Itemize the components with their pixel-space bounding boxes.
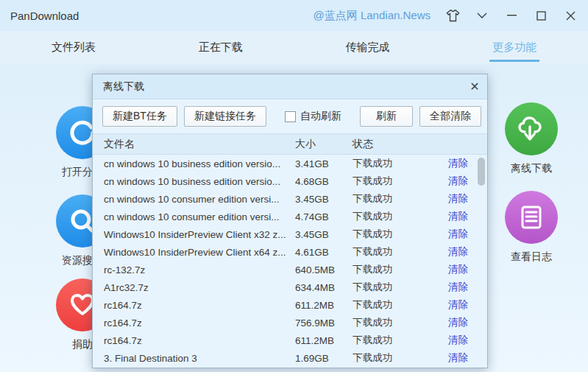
- clear-link[interactable]: 清除: [435, 157, 468, 170]
- refresh-button[interactable]: 刷新: [360, 106, 413, 127]
- download-status: 下载成功: [353, 210, 435, 223]
- table-row: rc164.7z 611.2MB 下载成功 清除: [93, 296, 487, 314]
- title-bar: PanDownload @蓝点网 Landian.News: [0, 0, 588, 31]
- auto-refresh-label: 自动刷新: [300, 110, 341, 123]
- brand-link[interactable]: @蓝点网 Landian.News: [314, 9, 431, 23]
- file-name: rc164.7z: [104, 317, 295, 329]
- clear-link[interactable]: 清除: [435, 316, 468, 329]
- chevron-down-icon[interactable]: [467, 0, 497, 31]
- toolbar-right: 自动刷新 刷新 全部清除: [285, 106, 481, 127]
- download-status: 下载成功: [353, 334, 435, 347]
- file-size: 3.45GB: [295, 194, 353, 205]
- table-row: cn windows 10 business edition versio...…: [93, 172, 487, 190]
- clear-link[interactable]: 清除: [435, 192, 468, 206]
- minimize-button[interactable]: [497, 0, 526, 31]
- clear-link[interactable]: 清除: [435, 245, 468, 259]
- close-button[interactable]: [556, 0, 585, 31]
- dialog-header: 离线下载 ✕: [93, 74, 487, 99]
- file-size: 640.5MB: [295, 264, 353, 276]
- download-status: 下载成功: [353, 351, 435, 365]
- column-header-status: 状态: [353, 138, 435, 151]
- file-name: Windows10 InsiderPreview Client x32 z...: [104, 229, 295, 240]
- offline-download-icon: [505, 102, 558, 155]
- dialog-close-icon[interactable]: ✕: [462, 74, 487, 99]
- clear-link[interactable]: 清除: [435, 228, 468, 241]
- file-name: rc164.7z: [104, 300, 295, 311]
- clear-link[interactable]: 清除: [435, 175, 468, 188]
- clear-link[interactable]: 清除: [435, 210, 468, 223]
- table-row: Windows10 InsiderPreview Client x64 z...…: [93, 243, 487, 261]
- file-name: 3. Final Destination 3: [104, 353, 295, 364]
- clear-link[interactable]: 清除: [435, 334, 468, 347]
- file-size: 634.4MB: [295, 282, 353, 293]
- file-size: 3.45GB: [295, 229, 353, 240]
- clear-link[interactable]: 清除: [435, 351, 468, 365]
- tab-file-list[interactable]: 文件列表: [0, 31, 147, 63]
- tab-downloading[interactable]: 正在下载: [147, 31, 294, 63]
- download-status: 下载成功: [353, 281, 435, 294]
- table-row: A1rc32.7z 634.4MB 下载成功 清除: [93, 278, 487, 296]
- file-name: cn windows 10 business edition versio...: [104, 176, 295, 187]
- file-size: 3.41GB: [295, 158, 353, 169]
- offline-download-dialog: 离线下载 ✕ 新建BT任务 新建链接任务 自动刷新 刷新 全部清除 文件名 大小…: [92, 74, 488, 368]
- table-row: 3. Final Destination 3 1.69GB 下载成功 清除: [93, 349, 487, 367]
- column-header-size: 大小: [295, 138, 353, 151]
- download-status: 下载成功: [353, 228, 435, 241]
- file-size: 4.74GB: [295, 211, 353, 222]
- download-status: 下载成功: [353, 316, 435, 329]
- download-status: 下载成功: [353, 263, 435, 276]
- file-size: 4.61GB: [295, 247, 353, 258]
- table-row: cn windows 10 consumer edition versi... …: [93, 190, 487, 208]
- file-size: 756.9MB: [295, 317, 353, 329]
- view-log-icon: [505, 191, 558, 244]
- feature-offline-download[interactable]: 离线下载: [487, 102, 575, 175]
- file-name: Windows10 InsiderPreview Client x64 z...: [104, 247, 295, 258]
- file-size: 611.2MB: [295, 335, 353, 346]
- table-row: rc164.7z 756.9MB 下载成功 清除: [93, 314, 487, 331]
- dialog-title: 离线下载: [103, 80, 144, 94]
- file-size: 4.68GB: [295, 176, 353, 187]
- feature-label: 查看日志: [487, 250, 575, 264]
- skin-theme-icon[interactable]: [438, 0, 467, 31]
- download-status: 下载成功: [353, 192, 435, 206]
- table-row: cn windows 10 business edition versio...…: [93, 155, 487, 172]
- file-name: A1rc32.7z: [104, 282, 295, 293]
- titlebar-right: @蓝点网 Landian.News: [314, 0, 588, 31]
- tab-more-features[interactable]: 更多功能: [441, 31, 588, 63]
- download-status: 下载成功: [353, 298, 435, 312]
- feature-view-log[interactable]: 查看日志: [487, 191, 575, 264]
- app-window: PanDownload @蓝点网 Landian.News: [0, 0, 588, 372]
- new-link-task-button[interactable]: 新建链接任务: [184, 106, 266, 127]
- scrollbar-thumb[interactable]: [478, 158, 485, 186]
- clear-link[interactable]: 清除: [435, 263, 468, 276]
- column-header-name: 文件名: [104, 138, 295, 151]
- file-size: 1.69GB: [295, 353, 353, 364]
- maximize-button[interactable]: [526, 0, 556, 31]
- auto-refresh-checkbox[interactable]: [285, 111, 296, 122]
- clear-link[interactable]: 清除: [435, 298, 468, 312]
- file-name: rc-132.7z: [104, 264, 295, 276]
- table-header: 文件名 大小 状态: [93, 133, 487, 155]
- dialog-toolbar: 新建BT任务 新建链接任务 自动刷新 刷新 全部清除: [93, 99, 487, 133]
- new-bt-task-button[interactable]: 新建BT任务: [102, 106, 177, 127]
- tab-bar: 文件列表 正在下载 传输完成 更多功能: [0, 31, 588, 63]
- file-size: 611.2MB: [295, 300, 353, 311]
- table-row: cn windows 10 consumer edition versi... …: [93, 208, 487, 225]
- download-status: 下载成功: [353, 175, 435, 188]
- file-name: rc164.7z: [104, 335, 295, 346]
- task-list: cn windows 10 business edition versio...…: [93, 155, 487, 369]
- download-status: 下载成功: [353, 157, 435, 170]
- clear-all-button[interactable]: 全部清除: [419, 106, 481, 127]
- file-name: cn windows 10 consumer edition versi...: [104, 211, 295, 222]
- download-status: 下载成功: [353, 245, 435, 259]
- table-row: rc164.7z 611.2MB 下载成功 清除: [93, 331, 487, 349]
- table-row: rc-132.7z 640.5MB 下载成功 清除: [93, 261, 487, 278]
- tab-transfer-complete[interactable]: 传输完成: [294, 31, 442, 63]
- table-row: Windows10 InsiderPreview Client x32 z...…: [93, 225, 487, 243]
- feature-label: 离线下载: [487, 162, 575, 175]
- app-title: PanDownload: [10, 10, 79, 22]
- file-name: cn windows 10 business edition versio...: [104, 158, 295, 169]
- file-name: cn windows 10 consumer edition versi...: [104, 194, 295, 205]
- clear-link[interactable]: 清除: [435, 281, 468, 294]
